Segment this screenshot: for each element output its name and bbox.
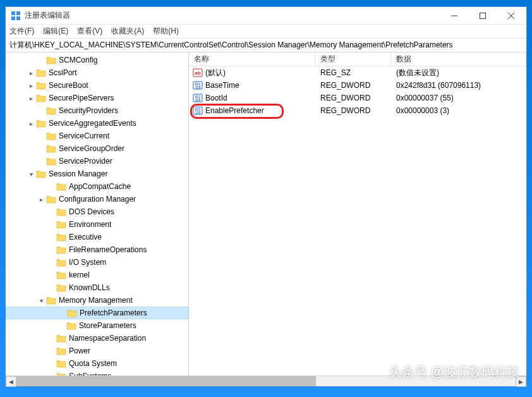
tree-item-label: SecureBoot [49,81,88,90]
tree-item[interactable]: ▸Configuration Manager [6,193,188,205]
value-type: REG_DWORD [315,94,391,102]
tree-pane: SCMConfig▸ScsiPort▸SecureBoot▸SecurePipe… [6,52,189,376]
expander-icon[interactable]: ▸ [36,196,46,203]
tree-item[interactable]: ServiceCurrent [6,130,188,142]
value-row[interactable]: 011110BootIdREG_DWORD0x00000037 (55) [189,92,526,104]
tree-item[interactable]: ▾Session Manager [6,168,188,180]
expander-icon[interactable]: ▾ [26,171,36,178]
list-header: 名称 类型 数据 [189,52,526,66]
tree-item-label: SecurityProviders [59,106,118,115]
tree-item[interactable]: ▸SecureBoot [6,79,188,92]
tree-item-label: ServiceAggregatedEvents [49,119,136,128]
column-header-name[interactable]: 名称 [189,52,315,66]
menu-edit[interactable]: 编辑(E) [43,26,68,37]
tree-item[interactable]: DOS Devices [6,205,188,218]
tree-item[interactable]: ▸ScsiPort [6,66,188,79]
value-row[interactable]: 011110EnablePrefetcherREG_DWORD0x0000000… [189,104,526,117]
folder-icon [56,233,66,241]
value-name: BootId [205,94,227,102]
column-header-type[interactable]: 类型 [315,52,391,66]
tree-item[interactable]: StoreParameters [6,319,188,332]
tree-item-label: Configuration Manager [59,195,136,204]
tree-item-label: kernel [69,271,90,279]
tree-item[interactable]: ▸ServiceAggregatedEvents [6,117,188,130]
expander-icon[interactable]: ▸ [26,82,36,89]
value-type: REG_SZ [315,68,391,77]
tree-item-label: SCMConfig [59,56,97,64]
tree-item[interactable]: FileRenameOperations [6,243,188,256]
folder-icon [46,296,56,305]
tree-item[interactable]: Executive [6,231,188,243]
tree-item-label: StoreParameters [79,321,136,330]
value-list: ab(默认)REG_SZ(数值未设置)011110BaseTimeREG_DWO… [189,66,526,117]
column-header-data[interactable]: 数据 [391,52,526,66]
value-row[interactable]: ab(默认)REG_SZ(数值未设置) [189,66,526,79]
scroll-thumb[interactable] [16,376,316,386]
menu-view[interactable]: 查看(V) [77,26,102,37]
registry-tree: SCMConfig▸ScsiPort▸SecureBoot▸SecurePipe… [6,52,188,376]
content-area: SCMConfig▸ScsiPort▸SecureBoot▸SecurePipe… [6,52,526,376]
scroll-right-button[interactable]: ▶ [516,376,526,387]
tree-item[interactable]: PrefetchParameters [6,307,188,319]
folder-icon [56,245,66,254]
binary-value-icon: 011110 [193,93,203,103]
tree-item[interactable]: SubSystems [6,370,188,376]
folder-icon [56,283,66,292]
tree-item[interactable]: AppCompatCache [6,180,188,193]
tree-item-label: I/O System [69,258,106,267]
close-button[interactable] [497,7,525,25]
folder-icon [36,68,46,77]
menu-help[interactable]: 帮助(H) [153,26,179,37]
folder-icon [56,334,66,343]
folder-icon [56,182,66,191]
folder-icon [66,321,76,330]
expander-icon[interactable]: ▸ [26,95,36,102]
tree-item[interactable]: Environment [6,218,188,231]
tree-item[interactable]: kernel [6,269,188,281]
address-bar[interactable]: 计算机\HKEY_LOCAL_MACHINE\SYSTEM\CurrentCon… [6,39,526,52]
folder-icon [46,144,56,153]
app-icon [11,11,21,21]
folder-icon [36,119,46,128]
tree-item[interactable]: SCMConfig [6,54,188,66]
tree-item[interactable]: Quota System [6,357,188,370]
tree-item[interactable]: Power [6,345,188,357]
tree-item[interactable]: KnownDLLs [6,281,188,294]
folder-icon [56,258,66,267]
value-row[interactable]: 011110BaseTimeREG_DWORD0x242f8d31 (60709… [189,79,526,92]
minimize-button[interactable] [440,7,468,25]
tree-item-label: NamespaceSeparation [69,334,146,343]
tree-item-label: DOS Devices [69,207,114,216]
tree-item[interactable]: ServiceGroupOrder [6,142,188,155]
svg-rect-5 [480,13,485,18]
tree-scroll[interactable]: SCMConfig▸ScsiPort▸SecureBoot▸SecurePipe… [6,52,188,376]
tree-item[interactable]: ServiceProvider [6,155,188,168]
folder-icon [36,94,46,102]
menu-file[interactable]: 文件(F) [9,26,34,37]
tree-item[interactable]: SecurityProviders [6,104,188,117]
tree-item-label: PrefetchParameters [80,308,147,317]
folder-icon [56,271,66,279]
scroll-track[interactable] [16,376,516,386]
tree-item-label: Quota System [69,359,117,368]
expander-icon[interactable]: ▸ [26,120,36,127]
tree-item-label: ServiceCurrent [59,131,109,140]
menu-favorites[interactable]: 收藏夹(A) [111,26,144,37]
tree-item[interactable]: I/O System [6,256,188,269]
tree-item[interactable]: ▸SecurePipeServers [6,92,188,104]
scroll-left-button[interactable]: ◀ [6,376,16,387]
titlebar: 注册表编辑器 [6,7,526,25]
folder-icon [56,220,66,229]
tree-item-label: FileRenameOperations [69,245,147,254]
tree-item[interactable]: NamespaceSeparation [6,332,188,345]
value-type: REG_DWORD [315,81,391,90]
value-data: 0x00000037 (55) [391,94,526,102]
expander-icon[interactable]: ▾ [36,297,46,304]
horizontal-scrollbar[interactable]: ◀ ▶ [6,376,526,386]
value-data: 0x00000003 (3) [391,106,526,115]
svg-text:110: 110 [195,98,201,102]
maximize-button[interactable] [468,7,497,25]
tree-item-label: Executive [69,233,102,241]
expander-icon[interactable]: ▸ [26,70,36,76]
tree-item[interactable]: ▾Memory Management [6,294,188,307]
